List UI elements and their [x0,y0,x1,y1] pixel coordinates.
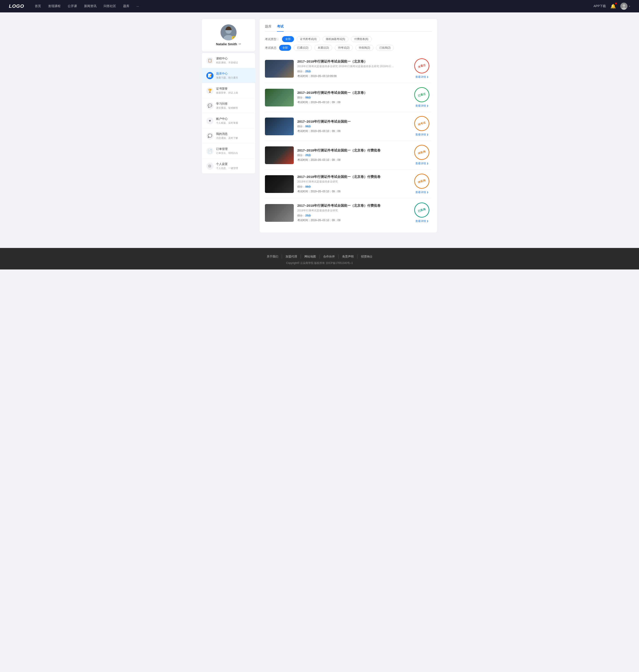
edit-profile-icon[interactable]: ✏ [238,43,241,46]
exam-time-1: 考试时间：2019–05–03 10:09:09 [297,74,408,78]
footer-link-3[interactable]: 合作伙伴 [320,255,338,259]
exam-title-2: 2017–2018年行测证件考试全国统一（北京卷） [297,91,408,95]
exam-detail-link-2[interactable]: 查看详情 ❯ [415,104,428,108]
exam-score-3: 得分：99分 [297,125,408,128]
certificate-subtitle: 收获荣誉、持证上岗 [216,91,251,95]
main-content: 题库 考试 考试类型： 全部 证书类考试(4) 随机抽题考试(5) 付费批卷(6… [260,19,437,233]
exam-time-4: 考试时间：2019–05–03 10：09：09 [297,158,408,162]
footer-link-1[interactable]: 加盟代理 [282,255,301,259]
badge-icon: 🏅 [232,36,236,40]
exam-score-2: 得分：99分 [297,96,408,100]
filter-type-label: 考试类型： [265,37,279,41]
exam-desc-1: 2018年行测考试是最值得多去研究 2018年行测考试是最值得多去研究 2018… [297,65,395,68]
exam-detail-link-3[interactable]: 查看详情 ❯ [415,133,428,137]
account-title: 账户中心 [216,117,251,121]
main-nav: 首页 发现课程 公开课 新闻资讯 问答社区 题库 ··· [35,4,593,8]
sidebar-item-course[interactable]: 📋 课程中心 精彩课程、不容错过 [202,53,255,68]
nav-questionbank[interactable]: 题库 [123,4,129,8]
exam-title-4: 2017–2018年行测证件考试全国统一（北京卷）付费批卷 [297,148,408,153]
footer-link-4[interactable]: 免责声明 [338,255,357,259]
exam-score-1: 得分：25分 [297,70,408,74]
exam-list: 2017–2018年行测证件考试全国统一（北京卷） 2018年行测考试是最值得多… [265,54,432,227]
chevron-down-icon: ▾ [629,5,630,8]
message-title: 我的消息 [216,132,251,136]
exam-info-3: 2017–2018年行测证件考试全国统一 得分：99分 考试时间：2019–05… [297,119,408,133]
exam-status-stamp-5: 待批阅 [412,172,431,190]
sidebar-item-account[interactable]: ♥ 账户中心 个人权益、实时掌握 [202,113,255,128]
filter-type-all[interactable]: 全部 [282,36,294,42]
exam-item-6: 2017–2018年行测证件考试全国统一（北京卷）付费批卷 2018年行测考试是… [265,198,432,227]
avatar: 🏅 [220,25,236,41]
exam-right-6: 已批阅 查看详情 ❯ [412,203,432,223]
qa-subtitle: 课后重温、疑难解答 [216,106,251,110]
notification-bell[interactable]: 🔔 [610,3,616,9]
sidebar-item-qa[interactable]: 💬 学习问答 课后重温、疑难解答 [202,98,255,113]
nav-more[interactable]: ··· [137,4,139,8]
tab-exam[interactable]: 考试 [277,25,283,32]
exam-info-1: 2017–2018年行测证件考试全国统一（北京卷） 2018年行测考试是最值得多… [297,60,408,78]
notification-badge [615,3,617,4]
exam-thumb-3 [265,117,294,135]
filter-type-paid[interactable]: 付费批卷(6) [351,36,372,42]
exam-score-6: 得分：25分 [297,214,408,218]
footer-link-5[interactable]: 招贤纳士 [357,255,376,259]
footer-link-2[interactable]: 网站地图 [301,255,320,259]
app-download-link[interactable]: APP下载 [593,4,606,8]
filter-status-all[interactable]: 全部 [279,45,291,51]
certificate-icon: 🏆 [206,87,214,94]
exam-detail-link-4[interactable]: 查看详情 ❯ [415,162,428,165]
filter-status-reviewed[interactable]: 已批阅(2) [376,45,394,51]
exam-time-6: 考试时间：2019–05–03 10：09：09 [297,219,408,222]
footer-links: 关于我们加盟代理网站地图合作伙伴免责声明招贤纳士 [4,255,635,259]
exam-desc-5: 2018年行测考试是最值得多去研究 [297,180,395,183]
exam-title-3: 2017–2018年行测证件考试全国统一 [297,119,408,124]
exam-detail-link-6[interactable]: 查看详情 ❯ [415,219,428,223]
nav-news[interactable]: 新闻资讯 [84,4,96,8]
course-subtitle: 精彩课程、不容错过 [216,61,251,64]
order-title: 订单管理 [216,147,251,151]
logo: LOGO [9,3,24,9]
sidebar-item-order[interactable]: 📄 订单管理 订单支出、明明白白 [202,144,255,159]
filter-status-pending[interactable]: 待考试(2) [335,45,353,51]
sidebar-item-certificate[interactable]: 🏆 证书荣誉 收获荣誉、持证上岗 [202,83,255,98]
exam-item-4: 2017–2018年行测证件考试全国统一（北京卷）付费批卷 得分：25分 考试时… [265,141,432,170]
exam-detail-link-5[interactable]: 查看详情 ❯ [415,191,428,194]
nav-discover[interactable]: 发现课程 [48,4,61,8]
tab-question-bank[interactable]: 题库 [265,25,271,32]
main-container: 🏅 Natalie Smith ✏ 📋 课程中心 精彩课程、不容错过 📝 题库中… [198,12,441,239]
nav-qa[interactable]: 问答社区 [104,4,116,8]
filter-status-failed[interactable]: 未通过(2) [314,45,332,51]
content-tabs: 题库 考试 [265,25,432,32]
order-subtitle: 订单支出、明明白白 [216,151,251,155]
profile-name-row: Natalie Smith ✏ [205,42,252,46]
exam-detail-link-1[interactable]: 查看详情 ❯ [415,75,428,79]
course-title: 课程中心 [216,57,251,61]
filter-status-pending-review[interactable]: 待批阅(2) [356,45,373,51]
filter-status-label: 考试状态 [265,46,277,50]
qa-title: 学习问答 [216,102,251,106]
sidebar-item-message[interactable]: 💭 我的消息 消息通知、及时了解 [202,128,255,144]
sidebar-item-question-bank[interactable]: 📝 题库中心 海量习题、助力通关 [202,68,255,83]
nav-home[interactable]: 首页 [35,4,41,8]
exam-info-5: 2017–2018年行测证件考试全国统一（北京卷）付费批卷 2018年行测考试是… [297,175,408,193]
filter-status-passed[interactable]: 已通过(2) [294,45,312,51]
sidebar: 🏅 Natalie Smith ✏ 📋 课程中心 精彩课程、不容错过 📝 题库中… [202,19,255,233]
exam-right-2: 已通过 查看详情 ❯ [412,87,432,108]
settings-subtitle: 个人信息、一键管理 [216,166,251,170]
footer-link-0[interactable]: 关于我们 [263,255,282,259]
filter-type-random[interactable]: 随机抽题考试(5) [323,36,348,42]
nav-opencourse[interactable]: 公开课 [68,4,77,8]
account-subtitle: 个人权益、实时掌握 [216,121,251,125]
user-avatar-dropdown[interactable]: ▾ [620,3,630,10]
settings-title: 个人设置 [216,162,251,166]
profile-card: 🏅 Natalie Smith ✏ [202,19,255,51]
exam-item-3: 2017–2018年行测证件考试全国统一 得分：99分 考试时间：2019–05… [265,112,432,141]
exam-title-6: 2017–2018年行测证件考试全国统一（北京卷）付费批卷 [297,204,408,208]
exam-status-stamp-3: 待考试 [412,114,431,133]
question-bank-icon: 📝 [206,72,214,79]
exam-right-5: 待批阅 查看详情 ❯ [412,174,432,194]
exam-thumb-4 [265,146,294,164]
footer-copyright: Copyright® 云朵商学院 版权所有 京ICP备17051340号–1 [4,261,635,265]
filter-type-certificate[interactable]: 证书类考试(4) [297,36,320,42]
sidebar-item-settings[interactable]: ⚙ 个人设置 个人信息、一键管理 [202,159,255,173]
